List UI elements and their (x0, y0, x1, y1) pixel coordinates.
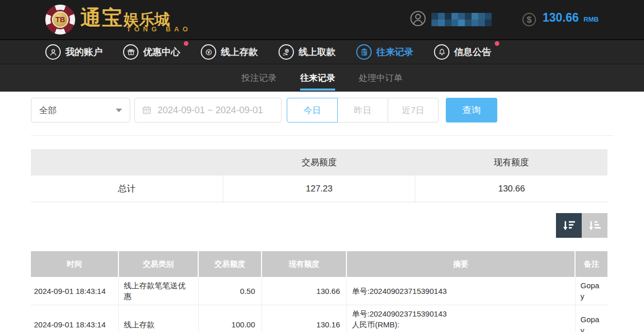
cell-remark: Gopay (575, 305, 607, 332)
nav-label: 我的账户 (65, 46, 102, 58)
balance-amount: 130.66 (543, 11, 579, 25)
cell-type: 线上存款 (118, 305, 198, 332)
cell-time: 2024-09-01 18:43:14 (31, 277, 118, 305)
summary-total-transaction-amount: 127.23 (223, 176, 415, 202)
col-time: 时间 (31, 251, 118, 277)
range-yesterday-button[interactable]: 昨日 (337, 98, 388, 123)
summary-total-row: 总计 127.23 130.66 (31, 176, 607, 202)
quick-range-group: 今日 昨日 近7日 (287, 98, 439, 123)
summary-total-label: 总计 (31, 176, 223, 202)
nav-label: 线上存款 (221, 46, 258, 58)
chip-monogram: TB (52, 11, 68, 28)
summary-line: 100 (352, 330, 570, 332)
balance[interactable]: $ 130.66 RMB (520, 11, 599, 28)
content: 全部 2024-09-01 ~ 2024-09-01 今日 昨日 近7日 (0, 98, 644, 332)
casino-chip-icon: TB (45, 5, 75, 34)
nav-item-promotions[interactable]: 优惠中心 (123, 44, 180, 60)
records-icon (356, 44, 372, 60)
nav-item-my-account[interactable]: 我的账户 (45, 44, 102, 60)
tab-processing-orders[interactable]: 处理中订单 (359, 64, 403, 92)
filter-row: 全部 2024-09-01 ~ 2024-09-01 今日 昨日 近7日 (31, 98, 613, 123)
user-account[interactable] (409, 9, 494, 30)
section-divider (31, 135, 613, 136)
censored-username (431, 13, 494, 27)
topbar-right: $ 130.66 RMB (409, 9, 599, 30)
cell-amount: 100.00 (198, 305, 262, 332)
summary-line: 单号:202409023715390143 (352, 286, 570, 296)
nav-item-online-deposit[interactable]: 线上存款 (201, 44, 258, 60)
summary-total-current-balance: 130.66 (415, 176, 607, 202)
cell-balance: 130.16 (262, 305, 346, 332)
summary-line: 单号:202409023715390143 (352, 308, 570, 319)
currency-dollar-icon: $ (520, 11, 538, 28)
category-select-value: 全部 (39, 104, 57, 116)
search-button[interactable]: 查询 (446, 98, 497, 123)
bell-icon (434, 44, 449, 60)
cell-summary: 单号:202409023715390143 (346, 277, 575, 305)
nav-item-announcements[interactable]: 信息公告 (434, 44, 491, 60)
col-transaction-amount: 交易额度 (198, 251, 262, 277)
date-range-input[interactable]: 2024-09-01 ~ 2024-09-01 (134, 98, 282, 123)
nav-label: 线上取款 (299, 46, 336, 58)
tab-betting-records[interactable]: 投注记录 (241, 64, 276, 92)
nav-label: 信息公告 (454, 46, 491, 58)
cell-amount: 0.50 (198, 277, 262, 305)
summary-header-current-balance: 现有额度 (415, 149, 607, 176)
deposit-icon (201, 44, 216, 60)
records-table: 时间 交易类别 交易额度 现有额度 摘要 备注 2024-09-01 18:43… (31, 251, 607, 332)
logo-text: 通宝娱乐城 TONG BAO (80, 7, 192, 32)
sub-tabs: 投注记录 往来记录 处理中订单 (0, 64, 644, 92)
col-remark: 备注 (575, 251, 607, 277)
category-select[interactable]: 全部 (31, 98, 130, 123)
cell-balance: 130.66 (262, 277, 346, 305)
cell-remark: Gopay (575, 277, 607, 305)
notification-dot (495, 41, 499, 46)
summary-header-transaction-amount: 交易额度 (223, 149, 415, 176)
nav-label: 往来记录 (376, 46, 413, 58)
tab-transaction-records[interactable]: 往来记录 (300, 64, 335, 92)
top-header: TB 通宝娱乐城 TONG BAO $ 130.66 (0, 0, 644, 39)
table-row: 2024-09-01 18:43:14 线上存款笔笔送优惠 0.50 130.6… (31, 277, 607, 305)
withdraw-icon (279, 44, 294, 60)
summary-header-row: 交易额度 现有额度 (31, 149, 607, 176)
nav-item-transaction-records[interactable]: 往来记录 (356, 44, 413, 60)
nav-item-online-withdraw[interactable]: 线上取款 (279, 44, 336, 60)
col-type: 交易类别 (118, 251, 198, 277)
range-last7days-button[interactable]: 近7日 (388, 98, 439, 123)
range-today-button[interactable]: 今日 (287, 98, 338, 123)
sort-bar (31, 213, 607, 238)
user-icon (45, 44, 61, 60)
cell-type: 线上存款笔笔送优惠 (118, 277, 198, 305)
balance-currency: RMB (583, 15, 599, 23)
sort-ascending-button[interactable] (582, 213, 607, 238)
col-summary: 摘要 (346, 251, 575, 277)
logo-title: 通宝娱乐城 (80, 7, 192, 28)
table-row: 2024-09-01 18:43:14 线上存款 100.00 130.16 单… (31, 305, 607, 332)
cell-summary: 单号:202409023715390143 人民币(RMB): 100 (346, 305, 575, 332)
date-range-value: 2024-09-01 ~ 2024-09-01 (158, 105, 263, 116)
svg-text:$: $ (527, 15, 532, 25)
nav-label: 优惠中心 (143, 46, 180, 58)
sort-descending-button[interactable] (556, 213, 582, 238)
records-header-row: 时间 交易类别 交易额度 现有额度 摘要 备注 (31, 251, 607, 277)
notification-dot (184, 41, 188, 46)
main-nav: 我的账户 优惠中心 线上存款 (0, 39, 644, 64)
summary-line: 人民币(RMB): (352, 319, 570, 330)
summary-header-empty (31, 149, 223, 176)
site-logo[interactable]: TB 通宝娱乐城 TONG BAO (45, 5, 192, 34)
calendar-icon (141, 104, 152, 116)
col-current-balance: 现有额度 (262, 251, 346, 277)
gift-icon (123, 44, 138, 60)
summary-table: 交易额度 现有额度 总计 127.23 130.66 (31, 149, 607, 202)
chevron-down-icon (116, 109, 122, 112)
cell-time: 2024-09-01 18:43:14 (31, 305, 118, 332)
user-avatar-icon (409, 9, 427, 30)
